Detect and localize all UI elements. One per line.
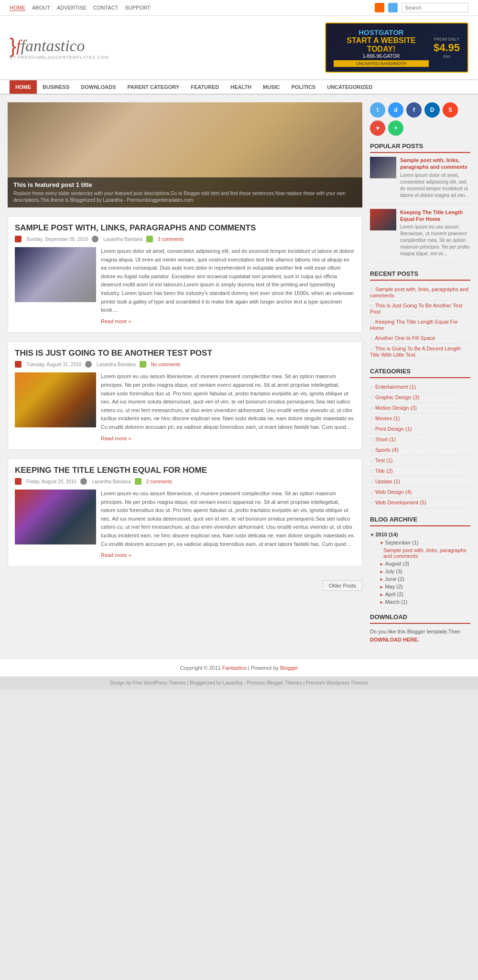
popular-post-1-text: Sample post with, links, paragraphs and … [400,157,470,199]
nav-contact[interactable]: CONTACT [93,5,118,11]
calendar-icon-2 [15,361,22,368]
categories-section: CATEGORIES Entertainment (1)Graphic Desi… [370,368,470,508]
category-item-6: Sports (4) [370,445,470,456]
category-item-2: Motion Design (3) [370,403,470,414]
ad-phone: 1-866-96-GATOR [334,54,429,59]
logo: } ffantastico BY PREMIUMBLOGGERTEMPLATES… [10,36,109,60]
post-3-meta: Friday, August 20, 2010 Lasantha Bandara… [15,478,355,485]
post-2-author: Lasantha Bandara [97,362,136,367]
user-icon-2 [85,361,92,368]
post-1-comments[interactable]: 3 comments [158,237,184,242]
top-right-area [375,3,468,12]
post-2-read-more[interactable]: Read more » [101,435,355,443]
category-item-1: Graphic Design (3) [370,392,470,403]
post-1-date: Sunday, September 05, 2010 [26,237,88,242]
featured-image: This is featured post 1 title Replace th… [8,102,362,207]
post-3-read-more[interactable]: Read more » [101,551,355,560]
older-posts-wrap: Older Posts [8,576,362,596]
post-1-read-more[interactable]: Read more » [101,317,355,326]
sidebar-plus-icon[interactable]: + [388,120,403,136]
user-icon [92,236,98,242]
archive-june[interactable]: June (2) [374,575,470,583]
catNav-parent[interactable]: PARENT CATEGORY [122,80,185,94]
sidebar-twitter-icon[interactable]: t [370,102,385,118]
post-3-body: Lorem ipsum eu usu assum liberavisse, ut… [15,490,355,560]
ad-price: $4.95 [434,42,460,54]
recent-posts-title: RECENT POSTS [370,270,470,281]
catNav-health[interactable]: HEALTH [225,80,257,94]
sidebar-digg-icon[interactable]: D [424,102,440,118]
ad-banner[interactable]: HOSTGATOR START A WEBSITE TODAY! 1-866-9… [325,22,468,73]
popular-post-1-excerpt: Lorem ipsum dolor sit amet, consectetur … [400,172,470,199]
archive-may[interactable]: May (2) [374,583,470,590]
rss-icon[interactable] [375,3,384,12]
sidebar-facebook-icon[interactable]: f [406,102,422,118]
catNav-downloads[interactable]: DOWNLOADS [75,80,121,94]
post-3-text: Lorem ipsum eu usu assum liberavisse, ut… [101,490,355,560]
post-3: KEEPING THE TITLE LENGTH EQUAL FOR HOME … [8,458,362,567]
archive-2010-months: September (1) Sample post with, links, p… [370,539,470,606]
popular-post-2-link[interactable]: Keeping The Title Length Equal For Home [400,209,463,222]
post-1-title: SAMPLE POST WITH, LINKS, PARAGRAPHS AND … [15,223,355,233]
category-item-10: Web Design (4) [370,487,470,498]
category-item-3: Movies (1) [370,414,470,424]
nav-advertise[interactable]: ADVERTISE [57,5,87,11]
post-3-comments[interactable]: 2 comments [146,479,172,484]
popular-posts-section: POPULAR POSTS Sample post with, links, p… [370,142,470,262]
footer-blogger-link[interactable]: Blogger [280,665,298,671]
popular-post-1: Sample post with, links, paragraphs and … [370,157,470,204]
search-input[interactable] [402,3,468,12]
category-item-11: Web Development (5) [370,498,470,508]
footer-site-link[interactable]: Fantastico [222,665,247,671]
logo-flame-icon: } [10,36,16,56]
archive-march[interactable]: March (1) [374,598,470,606]
popular-post-2-excerpt: Lorem ipsum eu usu assum liberavisse, ut… [400,224,470,257]
archive-april[interactable]: April (2) [374,590,470,598]
post-3-author: Lasantha Bandara [92,479,131,484]
featured-title: This is featured post 1 title [13,181,357,188]
catNav-home[interactable]: HOME [10,80,37,94]
recent-post-3: Keeping The Title Length Equal For Home [370,317,470,333]
popular-post-2: Keeping The Title Length Equal For Home … [370,209,470,263]
archive-july[interactable]: July (3) [374,567,470,575]
catNav-business[interactable]: BUSINESS [37,80,75,94]
category-nav: HOME BUSINESS DOWNLOADS PARENT CATEGORY … [0,80,478,95]
post-1-author: Lasantha Bandara [103,237,142,242]
archive-september-link[interactable]: Sample post with, links, paragraphs and … [374,546,470,560]
nav-support[interactable]: SUPPORT [125,5,150,11]
ad-price-label: /mo [434,54,460,59]
blog-archive-section: BLOG ARCHIVE 2010 (14) September (1) Sam… [370,516,470,606]
download-text: Do you like this Blogger template.Then D… [370,628,470,643]
popular-post-1-link[interactable]: Sample post with, links, paragraphs and … [400,157,467,170]
post-2-thumbnail [15,372,96,427]
nav-home[interactable]: HOME [10,5,25,11]
ad-tagline: START A WEBSITE TODAY! [334,36,429,54]
catNav-music[interactable]: MUSIC [257,80,285,94]
catNav-featured[interactable]: FEATURED [185,80,225,94]
archive-september[interactable]: September (1) [374,539,470,546]
user-icon-3 [80,478,87,485]
download-link[interactable]: DOWNLOAD HERE. [370,637,419,642]
sidebar-heart-icon[interactable]: ♥ [370,120,385,136]
archive-year-2010[interactable]: 2010 (14) [370,530,470,539]
catNav-uncategorized[interactable]: UNCATEGORIZED [321,80,378,94]
sidebar-delicious-icon[interactable]: d [388,102,403,118]
twitter-top-icon[interactable] [388,3,398,12]
older-posts-button[interactable]: Older Posts [323,580,362,591]
sidebar-stumbleupon-icon[interactable]: S [443,102,458,118]
category-item-7: Test (1) [370,456,470,466]
nav-about[interactable]: ABOUT [32,5,50,11]
recent-post-1: Sample post with, links, paragraphs and … [370,284,470,301]
footer-copyright: Copyright © 2011 [180,665,221,671]
blog-archive-title: BLOG ARCHIVE [370,516,470,526]
sidebar-social-icons: t d f D S ♥ + [370,102,470,136]
post-2-comments[interactable]: No comments [151,362,181,367]
archive-august[interactable]: August (3) [374,560,470,567]
recent-post-5: This is Going To Be A Decent Length Titl… [370,344,470,360]
categories-list: Entertainment (1)Graphic Design (3)Motio… [370,382,470,508]
popular-post-2-text: Keeping The Title Length Equal For Home … [400,209,470,258]
category-item-8: Title (2) [370,466,470,477]
logo-text: ffantastico [16,37,85,55]
catNav-politics[interactable]: POLITICS [285,80,321,94]
post-1-body: Lorem ipsum dolor sit amet, consectetur … [15,247,355,326]
